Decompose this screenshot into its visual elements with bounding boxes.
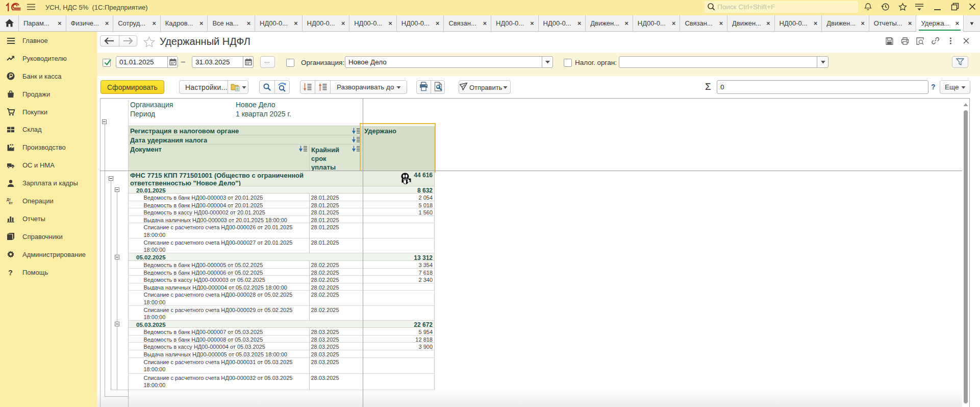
svg-text:?: ? (8, 269, 13, 277)
svg-text:Кт: Кт (9, 201, 13, 205)
